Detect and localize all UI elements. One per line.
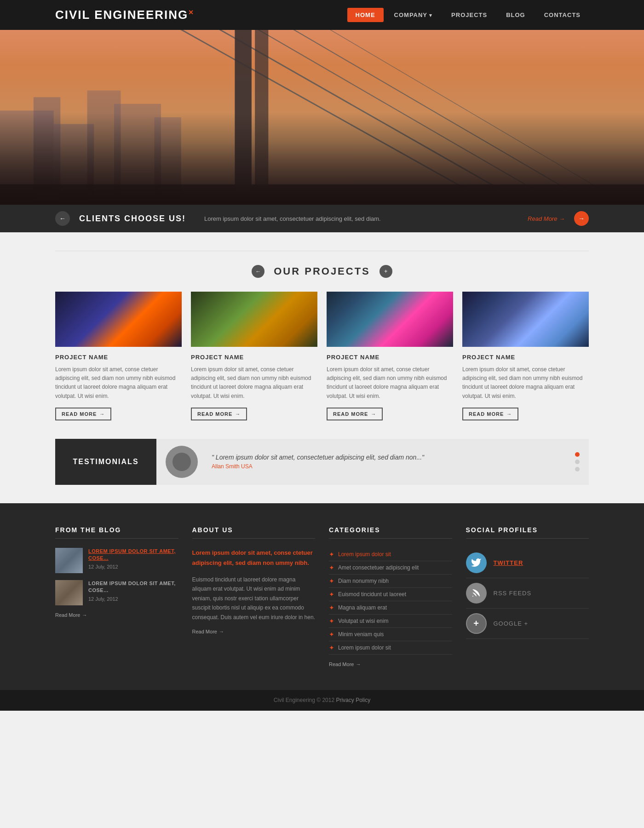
dot-1[interactable] [575,452,580,457]
categories-column: CATEGORIES ✦ Lorem ipsum dolor sit ✦ Ame… [329,526,452,667]
cat-bullet-3: ✦ [329,577,334,585]
project-card-2: PROJECT NAME Lorem ipsum dolor sit amet,… [191,292,317,420]
category-item-7[interactable]: ✦ Minim veniam quis [329,628,452,641]
footer-text: Civil Engineering © 2012 [274,697,334,703]
header: CIVIL ENGINEERING✕ HOME COMPANY PROJECTS… [0,0,644,30]
rss-icon [466,583,487,604]
logo-text: CIVIL ENGINEERING [55,8,188,22]
project-read-more-3[interactable]: Read More [327,408,383,420]
about-column: ABOUT US Lorem ipsum dolor sit amet, con… [192,526,316,667]
category-item-2[interactable]: ✦ Amet consectetuer adipiscing elit [329,561,452,575]
blog-read-more-link[interactable]: Read More [55,612,178,618]
testimonial-box: TESTIMONIALS " Lorem ipsum dolor sit ame… [55,439,589,485]
nav-projects[interactable]: PROJECTS [443,8,495,22]
category-item-3[interactable]: ✦ Diam nonummy nibh [329,575,452,588]
nav-company[interactable]: COMPANY [386,8,441,22]
blog-item-1-content: LOREM IPSUM DOLOR SIT AMET, COSE... 12 J… [88,548,178,573]
slider-prev-button[interactable]: ← [55,211,70,226]
category-item-6[interactable]: ✦ Volutpat ut wisi enim [329,615,452,628]
rss-svg [471,587,482,598]
bottom-section: FROM THE BLOG LOREM IPSUM DOLOR SIT AMET… [0,503,644,690]
cat-label-4: Euismod tincidunt ut laoreet [338,591,406,598]
logo-x: ✕ [188,9,195,16]
cat-label-5: Magna aliquam erat [338,604,387,611]
testimonial-content: " Lorem ipsum dolor sit amet, consectetu… [207,439,566,485]
dot-3[interactable] [575,467,580,472]
cat-label-3: Diam nonummy nibh [338,578,389,584]
social-item-rss: RSS FEEDS [466,578,589,609]
project-name-1: PROJECT NAME [55,354,182,361]
cat-bullet-6: ✦ [329,617,334,625]
project-desc-1: Lorem ipsum dolor sit amet, conse ctetue… [55,365,182,401]
cat-label-6: Volutpat ut wisi enim [338,618,388,624]
category-item-8[interactable]: ✦ Lorem ipsum dolor sit [329,641,452,655]
google-label[interactable]: GOOGLE + [494,620,529,627]
project-read-more-2[interactable]: Read More [191,408,247,420]
testimonial-dots [566,439,589,485]
project-name-4: PROJECT NAME [462,354,589,361]
category-item-1[interactable]: ✦ Lorem ipsum dolor sit [329,548,452,561]
about-highlight: Lorem ipsum dolor sit amet, conse ctetue… [192,548,316,568]
cat-label-8: Lorem ipsum dolor sit [338,644,391,651]
rss-label[interactable]: RSS FEEDS [494,590,532,597]
slider-next-button[interactable]: → [574,211,589,226]
blog-column: FROM THE BLOG LOREM IPSUM DOLOR SIT AMET… [55,526,178,667]
testimonial-quote: " Lorem ipsum dolor sit amet, consectetu… [212,454,561,461]
project-image-3 [327,292,453,347]
blog-item-1: LOREM IPSUM DOLOR SIT AMET, COSE... 12 J… [55,548,178,573]
projects-prev-button[interactable]: ← [252,265,264,278]
about-body: Euismod tincidunt ut laoreet dolore magn… [192,575,316,622]
project-image-1 [55,292,182,347]
google-plus-symbol: + [473,618,479,629]
social-title: SOCIAL PROFILES [466,526,589,539]
cat-bullet-7: ✦ [329,631,334,638]
project-image-4 [462,292,589,347]
svg-point-16 [472,596,473,597]
project-card-3: PROJECT NAME Lorem ipsum dolor sit amet,… [327,292,453,420]
cat-label-1: Lorem ipsum dolor sit [338,551,391,558]
projects-section: ← OUR PROJECTS + PROJECT NAME Lorem ipsu… [0,232,644,439]
about-title: ABOUT US [192,526,316,539]
project-read-more-1[interactable]: Read More [55,408,111,420]
nav-contacts[interactable]: CONTACTS [536,8,589,22]
project-desc-4: Lorem ipsum dolor sit amet, conse ctetue… [462,365,589,401]
categories-read-more-link[interactable]: Read More [329,661,452,667]
footer: Civil Engineering © 2012 Privacy Policy [0,690,644,711]
slider-title: CLIENTS CHOOSE US! [79,214,186,224]
social-column: SOCIAL PROFILES TWITTER RSS FEEDS + GOOG… [466,526,589,667]
footer-privacy-link[interactable]: Privacy Policy [336,697,370,703]
project-card-4: PROJECT NAME Lorem ipsum dolor sit amet,… [462,292,589,420]
nav-blog[interactable]: BLOG [498,8,534,22]
category-item-4[interactable]: ✦ Euismod tincidunt ut laoreet [329,588,452,601]
category-item-5[interactable]: ✦ Magna aliquam erat [329,601,452,615]
testimonials-label: TESTIMONIALS [55,439,156,485]
blog-item-2: LOREM IPSUM DOLOR SIT AMET, COSE... 12 J… [55,580,178,605]
projects-header: ← OUR PROJECTS + [55,265,589,278]
cat-label-2: Amet consectetuer adipiscing elit [338,564,419,571]
categories-title: CATEGORIES [329,526,452,539]
blog-item-2-title[interactable]: LOREM IPSUM DOLOR SIT AMET, COSE... [88,580,178,594]
cat-bullet-5: ✦ [329,604,334,611]
cat-bullet-4: ✦ [329,591,334,598]
about-read-more-link[interactable]: Read More [192,629,316,634]
testimonial-avatar [166,446,198,478]
project-read-more-4[interactable]: Read More [462,408,518,420]
twitter-icon [466,552,487,573]
dot-2[interactable] [575,460,580,464]
slider-read-more-link[interactable]: Read More → [528,215,565,222]
blog-item-1-date: 12 July, 2012 [88,564,178,569]
nav-home[interactable]: HOME [347,8,384,22]
twitter-label[interactable]: TWITTER [494,559,523,566]
social-item-twitter: TWITTER [466,548,589,578]
cat-label-7: Minim veniam quis [338,631,384,638]
cat-bullet-8: ✦ [329,644,334,651]
projects-section-title: OUR PROJECTS [274,265,370,277]
hero-overlay [0,113,644,205]
blog-item-1-title[interactable]: LOREM IPSUM DOLOR SIT AMET, COSE... [88,548,178,562]
author-name: Allan Smith [212,463,240,470]
google-icon: + [466,613,487,634]
slider-text: Lorem ipsum dolor sit amet, consectetuer… [204,215,518,222]
projects-next-button[interactable]: + [380,265,392,278]
blog-item-2-content: LOREM IPSUM DOLOR SIT AMET, COSE... 12 J… [88,580,178,605]
project-card-1: PROJECT NAME Lorem ipsum dolor sit amet,… [55,292,182,420]
